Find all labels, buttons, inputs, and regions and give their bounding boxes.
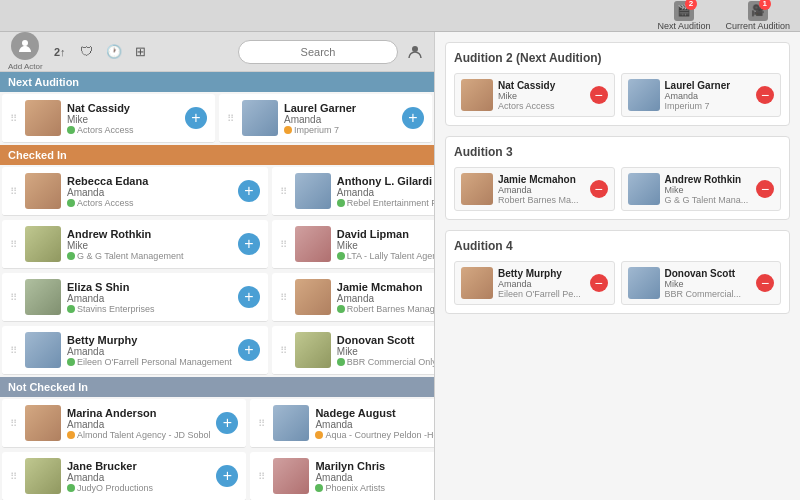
audition-photo [628, 267, 660, 299]
actor-card: ⠿ Anthony L. Gilardi Amanda Rebel Entert… [272, 167, 434, 216]
drag-handle[interactable]: ⠿ [10, 471, 17, 482]
agency-dot [337, 252, 345, 260]
audition-info: Nat Cassidy Mike Actors Access [498, 80, 585, 111]
search-input[interactable] [238, 40, 398, 64]
agency-dot [337, 358, 345, 366]
audition-agency: Robert Barnes Ma... [498, 195, 585, 205]
agency-dot [315, 484, 323, 492]
actor-photo [273, 458, 309, 494]
actor-info: Nat Cassidy Mike Actors Access [67, 102, 179, 135]
toolbar-icons: 2↑ 🛡 🕐 ⊞ [49, 41, 232, 63]
agency-dot [67, 358, 75, 366]
add-actor-avatar[interactable] [11, 32, 39, 60]
audition-agency: BBR Commercial... [665, 289, 752, 299]
audition-card: Donovan Scott Mike BBR Commercial... − [621, 261, 782, 305]
audition-agency: Eileen O'Farrell Pe... [498, 289, 585, 299]
audition-card: Jamie Mcmahon Amanda Robert Barnes Ma...… [454, 167, 615, 211]
actor-role: Mike [67, 114, 179, 125]
shield-icon[interactable]: 🛡 [76, 41, 98, 63]
actor-photo [295, 332, 331, 368]
drag-handle[interactable]: ⠿ [10, 292, 17, 303]
actor-photo [295, 279, 331, 315]
add-actor-button[interactable]: + [402, 107, 424, 129]
drag-handle[interactable]: ⠿ [10, 345, 17, 356]
actor-role: Mike [337, 346, 434, 357]
actor-photo [25, 100, 61, 136]
audition-name: Laurel Garner [665, 80, 752, 91]
actor-agency: Imperium 7 [284, 125, 396, 135]
actor-photo [25, 332, 61, 368]
next-audition-button[interactable]: 🎬 2 Next Audition [657, 1, 710, 31]
agency-dot [67, 199, 75, 207]
drag-handle[interactable]: ⠿ [10, 418, 17, 429]
drag-handle[interactable]: ⠿ [280, 345, 287, 356]
remove-actor-button[interactable]: − [590, 86, 608, 104]
agency-dot [67, 431, 75, 439]
audition-role: Mike [665, 185, 752, 195]
actor-agency: Eileen O'Farrell Personal Management [67, 357, 232, 367]
audition-4-section: Audition 4 Betty Murphy Amanda Eileen O'… [445, 230, 790, 314]
actor-role: Amanda [337, 293, 434, 304]
audition-info: Donovan Scott Mike BBR Commercial... [665, 268, 752, 299]
actor-info: Rebecca Edana Amanda Actors Access [67, 175, 232, 208]
actor-card: ⠿ Jamie Mcmahon Amanda Robert Barnes Man… [272, 273, 434, 322]
audition-card: Andrew Rothkin Mike G & G Talent Mana...… [621, 167, 782, 211]
drag-handle[interactable]: ⠿ [280, 186, 287, 197]
drag-handle[interactable]: ⠿ [10, 186, 17, 197]
drag-handle[interactable]: ⠿ [258, 418, 265, 429]
add-actor-button[interactable]: + [238, 233, 260, 255]
clock-icon[interactable]: 🕐 [103, 41, 125, 63]
add-actor-button[interactable]: + [185, 107, 207, 129]
actor-name: Donovan Scott [337, 334, 434, 346]
actor-info: Donovan Scott Mike BBR Commercial Only (… [337, 334, 434, 367]
remove-actor-button[interactable]: − [756, 86, 774, 104]
actor-info: Nadege August Amanda Aqua - Courtney Pel… [315, 407, 434, 440]
drag-handle[interactable]: ⠿ [258, 471, 265, 482]
actor-card: ⠿ Andrew Rothkin Mike G & G Talent Manag… [2, 220, 268, 269]
actor-name: Nadege August [315, 407, 434, 419]
count-icon[interactable]: 2↑ [49, 41, 71, 63]
audition-4-title: Audition 4 [454, 239, 781, 253]
drag-handle[interactable]: ⠿ [280, 239, 287, 250]
actor-photo [25, 279, 61, 315]
agency-dot [337, 199, 345, 207]
person-icon[interactable] [404, 41, 426, 63]
drag-handle[interactable]: ⠿ [227, 113, 234, 124]
audition-photo [461, 173, 493, 205]
drag-handle[interactable]: ⠿ [280, 292, 287, 303]
drag-handle[interactable]: ⠿ [10, 239, 17, 250]
actors-list: Next Audition ⠿ Nat Cassidy Mike Actors … [0, 72, 434, 500]
actor-photo [295, 173, 331, 209]
actor-info: Andrew Rothkin Mike G & G Talent Managem… [67, 228, 232, 261]
drag-handle[interactable]: ⠿ [10, 113, 17, 124]
audition-4-grid: Betty Murphy Amanda Eileen O'Farrell Pe.… [454, 261, 781, 305]
actor-card: ⠿ Marilyn Chris Amanda Phoenix Artists + [250, 452, 434, 500]
add-actor-button[interactable]: + [238, 286, 260, 308]
grid-icon[interactable]: ⊞ [130, 41, 152, 63]
left-panel: Add Actor 2↑ 🛡 🕐 ⊞ Next Audition [0, 32, 435, 500]
next-audition-grid: ⠿ Nat Cassidy Mike Actors Access + ⠿ Lau… [0, 92, 434, 145]
actor-card: ⠿ Eliza S Shin Amanda Stavins Enterprise… [2, 273, 268, 322]
remove-actor-button[interactable]: − [590, 180, 608, 198]
actor-agency: Rebel Entertainment Partners/Hosts [337, 198, 434, 208]
agency-dot [67, 126, 75, 134]
actor-card: ⠿ Nadege August Amanda Aqua - Courtney P… [250, 399, 434, 448]
not-checked-in-header: Not Checked In [0, 377, 434, 397]
audition-card: Laurel Garner Amanda Imperium 7 − [621, 73, 782, 117]
add-actor-button[interactable]: + [238, 339, 260, 361]
current-audition-button[interactable]: 🎥 1 Current Audition [725, 1, 790, 31]
actor-role: Amanda [284, 114, 396, 125]
audition-agency: Actors Access [498, 101, 585, 111]
remove-actor-button[interactable]: − [756, 274, 774, 292]
add-actor-button[interactable]: + [238, 180, 260, 202]
actor-info: Marilyn Chris Amanda Phoenix Artists [315, 460, 434, 493]
remove-actor-button[interactable]: − [756, 180, 774, 198]
actor-card: ⠿ David Lipman Mike LTA - Lally Talent A… [272, 220, 434, 269]
actor-photo [25, 226, 61, 262]
agency-dot [284, 126, 292, 134]
add-actor-button[interactable]: + [216, 465, 238, 487]
agency-dot [315, 431, 323, 439]
next-audition-label: Next Audition [657, 21, 710, 31]
add-actor-button[interactable]: + [216, 412, 238, 434]
remove-actor-button[interactable]: − [590, 274, 608, 292]
